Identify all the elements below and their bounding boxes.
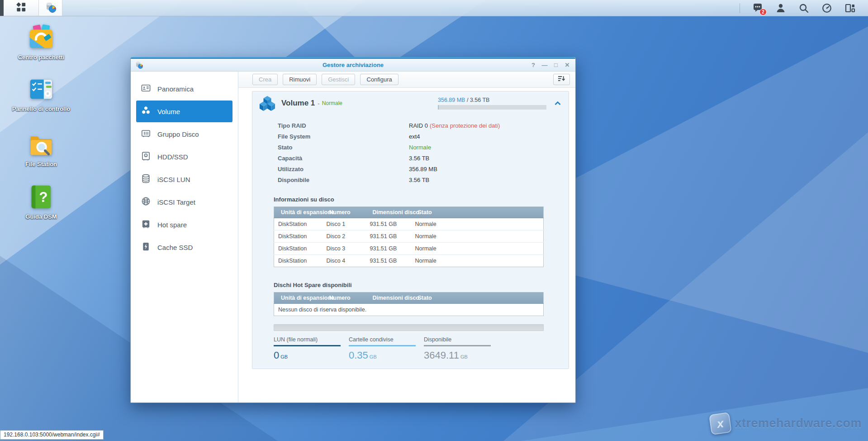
- sidebar-item-iscsi-lun[interactable]: iSCSI LUN: [136, 168, 232, 190]
- create-button[interactable]: Crea: [252, 74, 278, 85]
- detail-label: Tipo RAID: [278, 122, 409, 130]
- sidebar: Panoramica Volume: [131, 72, 238, 403]
- storage-manager-window: Gestore archiviazione ? — □ ✕ Panoramica: [130, 57, 576, 403]
- sidebar-item-label: Gruppo Disco: [157, 130, 199, 138]
- usage-used: 356.89 MB: [438, 97, 465, 103]
- stat-label: Cartelle condivise: [349, 336, 416, 346]
- cell-number: Disco 3: [323, 243, 366, 255]
- desktop-icon-package-center[interactable]: Centro pacchetti: [12, 24, 71, 61]
- help-button[interactable]: ?: [528, 61, 538, 70]
- search-button[interactable]: [798, 3, 809, 14]
- detail-row: Capacità 3.56 TB: [278, 154, 569, 163]
- sidebar-item-hot-spare[interactable]: Hot spare: [136, 214, 232, 235]
- stat-value: 0GB: [274, 350, 341, 361]
- sidebar-item-label: iSCSI LUN: [157, 176, 190, 183]
- ssd-cache-icon: [141, 241, 151, 253]
- column-header: Unità di espansione: [274, 292, 323, 304]
- main-menu-button[interactable]: [4, 0, 39, 16]
- table-row: DiskStation Disco 1 931.51 GB Normale: [274, 218, 544, 230]
- content-scroll: Volume 1 - Normale 356.89 MB / 3.56 TB: [238, 88, 575, 403]
- user-menu-button[interactable]: [775, 3, 786, 14]
- collapse-all-button[interactable]: [553, 74, 570, 85]
- desktop-icon-label: Guida DSM: [12, 214, 71, 220]
- sidebar-item-volume[interactable]: Volume: [136, 101, 232, 122]
- taskbar-edge: [0, 0, 4, 16]
- volume-panel: Volume 1 - Normale 356.89 MB / 3.56 TB: [252, 91, 569, 369]
- column-header: Stato: [411, 292, 544, 304]
- desktop-icon-control-panel[interactable]: Pannello di controllo: [12, 75, 71, 113]
- table-header-row: Unità di espansione Numero Dimensioni di…: [274, 207, 544, 218]
- storage-manager-icon: [135, 61, 143, 69]
- stat-unit: GB: [370, 354, 377, 360]
- cell-size: 931.51 GB: [366, 218, 411, 230]
- detail-value-text: 3.56 TB: [409, 176, 429, 184]
- usage-stats: LUN (file normali) 0GB Cartelle condivis…: [274, 336, 569, 369]
- maximize-button[interactable]: □: [551, 61, 561, 70]
- stat-number: 0: [274, 350, 279, 361]
- pilot-view-button[interactable]: [844, 3, 855, 14]
- sidebar-item-hdd-ssd[interactable]: HDD/SSD: [136, 146, 232, 168]
- cell-number: Disco 2: [323, 230, 366, 243]
- window-titlebar[interactable]: Gestore archiviazione ? — □ ✕: [131, 59, 575, 72]
- usage-progress-fill: [438, 105, 439, 110]
- volume-usage-bar: [274, 324, 544, 331]
- disk-group-icon: [141, 128, 151, 140]
- cell-status: Normale: [411, 230, 544, 243]
- sidebar-item-label: Panoramica: [157, 85, 194, 93]
- minimize-button[interactable]: —: [540, 61, 550, 70]
- volume-details: Tipo RAID RAID 0(Senza protezione dei da…: [252, 115, 569, 184]
- stat-unit: GB: [460, 354, 468, 360]
- taskbar: 2: [0, 0, 868, 16]
- desktop-icon-label: Centro pacchetti: [12, 54, 71, 61]
- stat-number: 3649.11: [424, 350, 459, 361]
- detail-row: Stato Normale: [278, 144, 569, 152]
- resource-monitor-button[interactable]: [821, 3, 832, 14]
- watermark-logo: x: [709, 412, 732, 435]
- main-menu-icon: [15, 1, 27, 15]
- sidebar-item-gruppo-disco[interactable]: Gruppo Disco: [136, 123, 232, 145]
- svg-text:?: ?: [39, 189, 47, 205]
- detail-row: File System ext4: [278, 133, 569, 141]
- table-row: DiskStation Disco 2 931.51 GB Normale: [274, 230, 544, 243]
- table-row: Nessun disco di riserva disponibile.: [274, 304, 544, 316]
- cell-number: Disco 1: [323, 218, 366, 230]
- cell-status: Normale: [411, 255, 544, 267]
- chevron-up-icon: [554, 99, 561, 107]
- configure-button[interactable]: Configura: [360, 74, 398, 85]
- detail-label: Capacità: [278, 154, 409, 163]
- usage-block: 356.89 MB / 3.56 TB: [438, 97, 546, 110]
- usage-text: 356.89 MB / 3.56 TB: [438, 97, 546, 103]
- hot-spare-table: Unità di espansione Numero Dimensioni di…: [274, 292, 544, 316]
- column-header: Unità di espansione: [274, 207, 323, 218]
- desktop-icon-label: File Station: [12, 161, 71, 168]
- remove-button[interactable]: Rimuovi: [283, 74, 317, 85]
- desktop-icon-file-station[interactable]: File Station: [12, 130, 71, 168]
- sidebar-item-panoramica[interactable]: Panoramica: [136, 78, 232, 100]
- manage-button[interactable]: Gestisci: [322, 74, 355, 85]
- notifications-button[interactable]: 2: [752, 3, 763, 14]
- collapse-list-icon: [557, 75, 566, 84]
- sidebar-item-label: Hot spare: [157, 221, 187, 229]
- cell-unit: DiskStation: [274, 255, 323, 267]
- detail-row: Tipo RAID RAID 0(Senza protezione dei da…: [278, 122, 569, 130]
- usage-progress-bar: [438, 105, 546, 110]
- close-button[interactable]: ✕: [562, 61, 572, 70]
- cell-number: Disco 4: [323, 255, 366, 267]
- hot-spare-icon: [141, 219, 151, 230]
- desktop-icon-dsm-help[interactable]: ? Guida DSM: [12, 183, 71, 220]
- sidebar-item-iscsi-target[interactable]: iSCSI Target: [136, 191, 232, 213]
- sidebar-item-label: iSCSI Target: [157, 198, 195, 206]
- cell-unit: DiskStation: [274, 243, 323, 255]
- taskbar-storage-manager-button[interactable]: [39, 0, 62, 16]
- stat-value: 0.35GB: [349, 350, 416, 361]
- taskbar-right-icons: 2: [740, 0, 868, 16]
- control-panel-icon: [27, 97, 55, 105]
- disk-info-heading: Informazioni su disco: [274, 196, 569, 203]
- collapse-panel-button[interactable]: [553, 98, 562, 108]
- hdd-icon: [141, 151, 151, 163]
- iscsi-lun-icon: [141, 173, 151, 185]
- detail-value-text: ext4: [409, 133, 420, 141]
- taskbar-divider: [740, 3, 740, 13]
- sidebar-item-cache-ssd[interactable]: Cache SSD: [136, 236, 232, 258]
- storage-manager-icon: [45, 1, 57, 15]
